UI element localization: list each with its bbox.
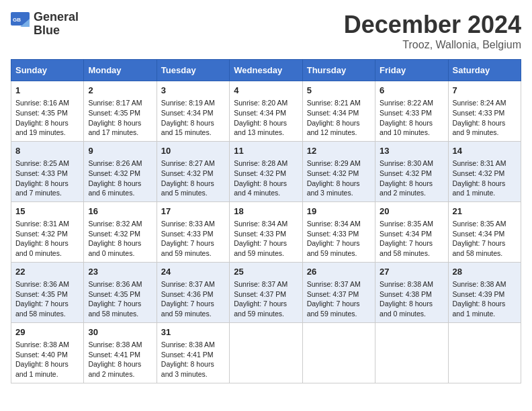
weekday-header-sunday: Sunday (11, 60, 84, 81)
sunset-info: Sunset: 4:38 PM (380, 289, 443, 300)
sunrise-info: Sunrise: 8:29 AM (307, 158, 371, 169)
logo-line1: General (34, 11, 79, 24)
sunset-info: Sunset: 4:33 PM (453, 108, 517, 118)
sunset-info: Sunset: 4:33 PM (15, 169, 79, 179)
day-number: 25 (234, 266, 298, 278)
day-number: 9 (88, 145, 152, 157)
sunset-info: Sunset: 4:34 PM (234, 108, 298, 118)
sunrise-info: Sunrise: 8:22 AM (380, 98, 443, 108)
sunrise-info: Sunrise: 8:35 AM (380, 219, 443, 229)
day-cell (302, 322, 375, 383)
day-cell: 12Sunrise: 8:29 AMSunset: 4:32 PMDayligh… (302, 141, 375, 201)
sunrise-info: Sunrise: 8:37 AM (307, 279, 371, 289)
daylight-info: Daylight: 8 hours and 3 minutes. (161, 359, 225, 379)
day-number: 16 (88, 205, 152, 218)
svg-text:GB: GB (13, 17, 21, 23)
day-number: 22 (15, 266, 79, 278)
day-cell: 9Sunrise: 8:26 AMSunset: 4:32 PMDaylight… (84, 141, 157, 201)
sunrise-info: Sunrise: 8:38 AM (453, 279, 517, 289)
sunrise-info: Sunrise: 8:27 AM (161, 158, 225, 169)
day-number: 11 (234, 145, 298, 157)
sunset-info: Sunset: 4:32 PM (161, 169, 225, 179)
day-number: 14 (453, 145, 517, 157)
week-row-3: 15Sunrise: 8:31 AMSunset: 4:32 PMDayligh… (11, 201, 521, 262)
day-number: 7 (453, 85, 517, 97)
day-number: 26 (307, 266, 371, 278)
day-number: 24 (161, 266, 225, 278)
logo-line2: Blue (34, 24, 79, 38)
day-cell: 28Sunrise: 8:38 AMSunset: 4:39 PMDayligh… (448, 262, 521, 322)
day-cell: 30Sunrise: 8:38 AMSunset: 4:41 PMDayligh… (84, 322, 157, 383)
day-number: 12 (307, 145, 371, 157)
sunset-info: Sunset: 4:32 PM (234, 169, 298, 179)
week-row-2: 8Sunrise: 8:25 AMSunset: 4:33 PMDaylight… (11, 141, 521, 201)
day-number: 19 (307, 205, 371, 218)
day-number: 3 (161, 85, 225, 97)
day-cell: 31Sunrise: 8:38 AMSunset: 4:41 PMDayligh… (157, 322, 229, 383)
month-title: December 2024 (344, 11, 521, 39)
daylight-info: Daylight: 8 hours and 0 minutes. (88, 238, 152, 258)
day-number: 2 (88, 85, 152, 97)
daylight-info: Daylight: 8 hours and 2 minutes. (380, 179, 443, 198)
daylight-info: Daylight: 8 hours and 1 minute. (453, 299, 517, 318)
day-cell: 25Sunrise: 8:37 AMSunset: 4:37 PMDayligh… (230, 262, 302, 322)
day-cell: 29Sunrise: 8:38 AMSunset: 4:40 PMDayligh… (11, 322, 84, 383)
day-cell (448, 322, 521, 383)
day-cell: 5Sunrise: 8:21 AMSunset: 4:34 PMDaylight… (302, 81, 375, 142)
sunrise-info: Sunrise: 8:31 AM (15, 219, 79, 229)
sunrise-info: Sunrise: 8:20 AM (234, 98, 298, 108)
sunset-info: Sunset: 4:32 PM (453, 169, 517, 179)
daylight-info: Daylight: 8 hours and 6 minutes. (88, 179, 152, 198)
sunset-info: Sunset: 4:37 PM (307, 289, 371, 300)
day-cell: 18Sunrise: 8:34 AMSunset: 4:33 PMDayligh… (230, 201, 302, 262)
daylight-info: Daylight: 7 hours and 59 minutes. (161, 238, 225, 258)
sunset-info: Sunset: 4:40 PM (15, 350, 79, 360)
sunset-info: Sunset: 4:35 PM (15, 108, 79, 118)
weekday-header-row: SundayMondayTuesdayWednesdayThursdayFrid… (11, 60, 521, 81)
week-row-4: 22Sunrise: 8:36 AMSunset: 4:35 PMDayligh… (11, 262, 521, 322)
day-number: 6 (380, 85, 443, 97)
day-number: 4 (234, 85, 298, 97)
sunset-info: Sunset: 4:33 PM (307, 229, 371, 239)
daylight-info: Daylight: 8 hours and 15 minutes. (161, 118, 225, 138)
daylight-info: Daylight: 7 hours and 59 minutes. (307, 299, 371, 318)
sunset-info: Sunset: 4:32 PM (88, 229, 152, 239)
day-number: 15 (15, 205, 79, 218)
daylight-info: Daylight: 8 hours and 0 minutes. (380, 299, 443, 318)
day-number: 13 (380, 145, 443, 157)
logo: GB General Blue (11, 11, 79, 38)
day-cell: 26Sunrise: 8:37 AMSunset: 4:37 PMDayligh… (302, 262, 375, 322)
day-cell: 3Sunrise: 8:19 AMSunset: 4:34 PMDaylight… (157, 81, 229, 142)
day-cell: 15Sunrise: 8:31 AMSunset: 4:32 PMDayligh… (11, 201, 84, 262)
day-cell: 1Sunrise: 8:16 AMSunset: 4:35 PMDaylight… (11, 81, 84, 142)
day-cell: 24Sunrise: 8:37 AMSunset: 4:36 PMDayligh… (157, 262, 229, 322)
sunrise-info: Sunrise: 8:36 AM (15, 279, 79, 289)
day-cell: 13Sunrise: 8:30 AMSunset: 4:32 PMDayligh… (375, 141, 448, 201)
day-cell: 8Sunrise: 8:25 AMSunset: 4:33 PMDaylight… (11, 141, 84, 201)
daylight-info: Daylight: 7 hours and 59 minutes. (234, 238, 298, 258)
logo-text: General Blue (34, 11, 79, 38)
sunset-info: Sunset: 4:33 PM (234, 229, 298, 239)
daylight-info: Daylight: 8 hours and 7 minutes. (15, 179, 79, 198)
sunrise-info: Sunrise: 8:38 AM (88, 340, 152, 350)
sunset-info: Sunset: 4:33 PM (380, 108, 443, 118)
day-cell: 27Sunrise: 8:38 AMSunset: 4:38 PMDayligh… (375, 262, 448, 322)
sunrise-info: Sunrise: 8:38 AM (15, 340, 79, 350)
daylight-info: Daylight: 8 hours and 1 minute. (453, 179, 517, 198)
sunset-info: Sunset: 4:37 PM (234, 289, 298, 300)
day-number: 30 (88, 326, 152, 338)
day-number: 31 (161, 326, 225, 338)
location-title: Trooz, Wallonia, Belgium (344, 39, 521, 51)
sunrise-info: Sunrise: 8:36 AM (88, 279, 152, 289)
day-number: 17 (161, 205, 225, 218)
day-cell: 17Sunrise: 8:33 AMSunset: 4:33 PMDayligh… (157, 201, 229, 262)
day-number: 20 (380, 205, 443, 218)
daylight-info: Daylight: 8 hours and 13 minutes. (234, 118, 298, 138)
sunset-info: Sunset: 4:32 PM (307, 169, 371, 179)
weekday-header-friday: Friday (375, 60, 448, 81)
sunset-info: Sunset: 4:39 PM (453, 289, 517, 300)
day-number: 21 (453, 205, 517, 218)
daylight-info: Daylight: 8 hours and 2 minutes. (88, 359, 152, 379)
week-row-5: 29Sunrise: 8:38 AMSunset: 4:40 PMDayligh… (11, 322, 521, 383)
daylight-info: Daylight: 7 hours and 59 minutes. (161, 299, 225, 318)
